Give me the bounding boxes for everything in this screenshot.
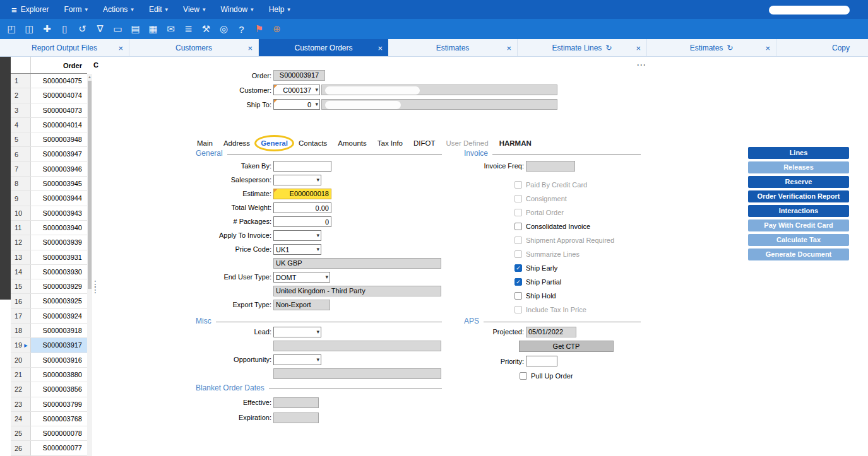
more-options-button[interactable]: ⋯ xyxy=(636,59,646,71)
table-row[interactable]: 11 S000003940 xyxy=(11,221,87,235)
table-row[interactable]: 5 S000003948 xyxy=(11,132,87,147)
find-icon[interactable]: ◎ xyxy=(218,23,229,35)
order-cell[interactable]: S000003929 xyxy=(31,279,87,293)
form-tab[interactable]: General xyxy=(261,139,288,147)
window-tab[interactable]: Customer Orders xyxy=(259,39,388,56)
order-cell[interactable]: S000003948 xyxy=(31,132,87,146)
tab-close-icon[interactable] xyxy=(247,44,253,52)
pull-up-order-checkbox[interactable]: Pull Up Order xyxy=(520,371,573,381)
web-icon[interactable]: ⊕ xyxy=(271,23,282,35)
action-button[interactable]: Generate Document xyxy=(748,248,849,260)
checkbox-icon[interactable] xyxy=(514,195,522,202)
checkbox-icon[interactable] xyxy=(514,237,522,244)
order-cell[interactable]: S000003943 xyxy=(31,206,87,220)
table-row[interactable]: 19 S000003917 xyxy=(11,338,87,353)
checkbox-row[interactable]: Include Tax In Price xyxy=(514,303,614,317)
window-tab[interactable]: Estimates xyxy=(647,39,776,56)
checkbox-icon[interactable] xyxy=(514,181,522,189)
checkbox-row[interactable]: Portal Order xyxy=(514,206,614,219)
checkbox-icon[interactable] xyxy=(514,264,522,272)
order-cell[interactable]: S000000078 xyxy=(31,426,87,440)
apply-to-invoice-combo[interactable] xyxy=(273,230,321,241)
order-cell[interactable]: S000003940 xyxy=(31,221,87,235)
table-row[interactable]: 2 S000004074 xyxy=(11,88,87,103)
flag-icon[interactable]: ⚑ xyxy=(254,23,265,35)
tab-close-icon[interactable] xyxy=(636,44,641,52)
scroll-up-icon[interactable]: ▲ xyxy=(87,74,92,80)
order-cell[interactable]: S000003917 xyxy=(31,338,87,352)
checkbox-icon[interactable] xyxy=(520,372,527,380)
action-button[interactable]: Reserve xyxy=(748,176,849,188)
menu-edit[interactable]: Edit xyxy=(141,0,175,19)
window-tab[interactable]: Report Output Files xyxy=(0,39,129,56)
order-cell[interactable]: S000003925 xyxy=(31,294,87,308)
order-cell[interactable]: S000003930 xyxy=(31,265,87,279)
checkbox-icon[interactable] xyxy=(514,278,522,286)
grid-scrollbar[interactable]: ▲ xyxy=(87,74,92,456)
help-icon[interactable]: ? xyxy=(236,24,247,35)
order-cell[interactable]: S000003946 xyxy=(31,162,87,176)
tab-close-icon[interactable] xyxy=(118,44,123,52)
form-tab[interactable]: HARMAN xyxy=(499,139,532,147)
form-tab[interactable]: DIFOT xyxy=(413,139,436,147)
total-weight-input[interactable] xyxy=(273,202,331,213)
table-row[interactable]: 6 S000003947 xyxy=(11,147,87,161)
table-row[interactable]: 24 S000003768 xyxy=(11,412,87,426)
action-button[interactable]: Calculate Tax xyxy=(748,234,849,246)
menu-view[interactable]: View xyxy=(175,0,213,19)
tools-icon[interactable]: ⚒ xyxy=(201,23,211,35)
form-tab[interactable]: Contacts xyxy=(299,139,327,147)
table-row[interactable]: 21 S000003880 xyxy=(11,368,87,382)
checkbox-row[interactable]: Ship Hold xyxy=(514,289,614,303)
menu-explorer[interactable]: ≡ Explorer xyxy=(4,0,56,19)
table-row[interactable]: 7 S000003946 xyxy=(11,162,87,177)
action-button[interactable]: Interactions xyxy=(748,205,849,217)
order-cell[interactable]: S000003944 xyxy=(31,191,87,205)
table-row[interactable]: 20 S000003916 xyxy=(11,353,87,368)
menu-window[interactable]: Window xyxy=(213,0,261,19)
action-button[interactable]: Releases xyxy=(748,161,849,173)
table-row[interactable]: 4 S000004014 xyxy=(11,118,87,132)
order-cell[interactable]: S000003939 xyxy=(31,235,87,249)
table-row[interactable]: 14 S000003930 xyxy=(11,265,87,279)
menu-actions[interactable]: Actions xyxy=(95,0,141,19)
table-row[interactable]: 15 S000003929 xyxy=(11,279,87,294)
menu-form[interactable]: Form xyxy=(56,0,95,19)
email-icon[interactable]: ✉ xyxy=(165,23,176,35)
checkbox-icon[interactable] xyxy=(514,250,522,258)
order-cell[interactable]: S000003768 xyxy=(31,412,87,426)
checkbox-icon[interactable] xyxy=(514,223,522,230)
checkbox-icon[interactable] xyxy=(514,306,522,313)
menu-help[interactable]: Help xyxy=(261,0,298,19)
save-icon[interactable]: ◫ xyxy=(24,23,35,35)
checkbox-row[interactable]: Consignment xyxy=(514,192,614,206)
price-code-combo[interactable]: UK1 xyxy=(273,244,321,255)
order-cell[interactable]: S000003918 xyxy=(31,324,87,337)
checkbox-row[interactable]: Shipment Approval Required xyxy=(514,233,614,247)
scrollbar-thumb[interactable] xyxy=(88,81,92,289)
open-folder-icon[interactable]: ◰ xyxy=(6,23,17,35)
add-icon[interactable]: ✚ xyxy=(42,23,52,35)
action-button[interactable]: Lines xyxy=(748,147,849,159)
delete-icon[interactable]: ▯ xyxy=(59,23,70,35)
tab-close-icon[interactable] xyxy=(378,44,383,52)
checkbox-icon[interactable] xyxy=(514,209,522,216)
order-cell[interactable]: S000004073 xyxy=(31,103,87,117)
priority-input[interactable] xyxy=(526,356,557,366)
table-row[interactable]: 17 S000003924 xyxy=(11,309,87,324)
table-row[interactable]: 3 S000004073 xyxy=(11,103,87,118)
filter-icon[interactable]: ∇ xyxy=(95,23,105,35)
table-row[interactable]: 8 S000003945 xyxy=(11,177,87,191)
checkbox-row[interactable]: Consolidated Invoice xyxy=(514,219,614,233)
table-row[interactable]: 10 S000003943 xyxy=(11,206,87,221)
table-row[interactable]: 13 S000003931 xyxy=(11,250,87,265)
action-button[interactable]: Pay With Credit Card xyxy=(748,219,849,231)
order-cell[interactable]: S000004074 xyxy=(31,88,87,102)
tab-close-icon[interactable] xyxy=(765,44,770,52)
table-row[interactable]: 12 S000003939 xyxy=(11,235,87,250)
window-tab[interactable]: Estimates xyxy=(388,39,518,56)
order-cell[interactable]: S000003856 xyxy=(31,382,87,396)
table-row[interactable]: 18 S000003918 xyxy=(11,324,87,338)
form-tab[interactable]: User Defined xyxy=(446,139,489,147)
salesperson-combo[interactable] xyxy=(273,175,321,185)
